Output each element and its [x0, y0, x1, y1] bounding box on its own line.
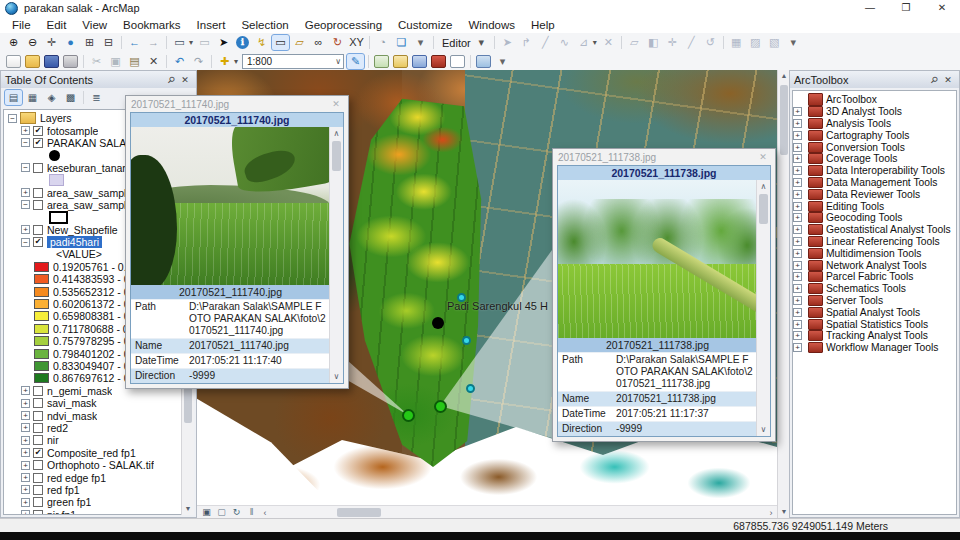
toc-item-red2[interactable]: +red2 — [4, 422, 193, 434]
pause-drawing-button[interactable]: ‖ — [245, 507, 258, 518]
scale-dropdown-icon[interactable]: ∨ — [335, 57, 341, 66]
fixed-zoom-out-icon[interactable]: ⊟ — [100, 35, 117, 50]
full-extent-icon[interactable]: ● — [62, 35, 79, 50]
editor-overflow-icon[interactable]: ▾ — [785, 35, 802, 50]
menu-bookmarks[interactable]: Bookmarks — [115, 19, 189, 31]
toolbox-network-analyst-tools[interactable]: +Network Analyst Tools — [793, 259, 956, 271]
scroll-thumb[interactable] — [337, 508, 381, 517]
sample-point-marker[interactable] — [462, 336, 471, 345]
toc-item-savi-mask[interactable]: +savi_mask — [4, 397, 193, 409]
identify-icon[interactable]: ℹ — [236, 36, 249, 49]
scroll-up-icon[interactable]: ∧ — [757, 180, 770, 193]
go-back-extent-icon[interactable]: ← — [126, 35, 143, 50]
refresh-view-button[interactable]: ↻ — [230, 507, 243, 518]
scroll-thumb[interactable] — [332, 141, 341, 171]
point-icon[interactable]: ✕ — [600, 35, 617, 50]
close-icon[interactable]: ✕ — [756, 152, 770, 162]
endpoint-arc-icon[interactable]: ∿ — [556, 35, 573, 50]
toc-item-composite-red-fp1[interactable]: +✔Composite_red fp1 — [4, 447, 193, 459]
toc-item-nir-fp1[interactable]: +nir fp1 — [4, 509, 193, 516]
menu-selection[interactable]: Selection — [233, 19, 296, 31]
minimize-button[interactable]: — — [852, 0, 888, 16]
go-forward-extent-icon[interactable]: → — [145, 35, 162, 50]
editor-dropdown-icon[interactable]: ▾ — [473, 35, 490, 50]
layer-checkbox[interactable]: ✔ — [33, 448, 43, 458]
python-window-icon[interactable] — [450, 55, 465, 68]
open-icon[interactable] — [25, 55, 40, 68]
toolbox-analysis-tools[interactable]: +Analysis Tools — [793, 118, 956, 130]
scroll-up-icon[interactable]: ∧ — [330, 127, 343, 140]
editor-menu-button[interactable]: Editor — [442, 37, 471, 49]
rotate-icon[interactable]: ↺ — [702, 35, 719, 50]
standard-overflow-icon[interactable]: ▾ — [494, 54, 511, 69]
layer-checkbox[interactable] — [33, 460, 43, 470]
pin-icon[interactable]: ⚲ — [164, 75, 178, 85]
cut-polygons-icon[interactable]: ✛ — [664, 35, 681, 50]
toc-item-nir[interactable]: +nir — [4, 434, 193, 446]
toolbox-spatial-statistics-tools[interactable]: +Spatial Statistics Tools — [793, 318, 956, 330]
editor-toolbar-toggle-icon[interactable]: ✎ — [347, 54, 364, 69]
go-to-xy-icon[interactable]: XY — [348, 35, 365, 50]
paste-icon[interactable]: ▤ — [126, 54, 143, 69]
toolbox-server-tools[interactable]: +Server Tools — [793, 295, 956, 307]
toolbox-data-reviewer-tools[interactable]: +Data Reviewer Tools — [793, 188, 956, 200]
toc-item-green-fp1[interactable]: +green fp1 — [4, 496, 193, 508]
redo-icon[interactable]: ↷ — [190, 54, 207, 69]
arctoolbox-root[interactable]: ArcToolbox — [793, 94, 956, 106]
reshape-icon[interactable]: ◧ — [645, 35, 662, 50]
restore-button[interactable]: ❐ — [888, 0, 924, 16]
toolbox-editing-tools[interactable]: +Editing Tools — [793, 200, 956, 212]
toc-list-by-drawing-order-icon[interactable]: ▤ — [5, 90, 22, 105]
layer-checkbox[interactable] — [33, 485, 43, 495]
layer-checkbox[interactable] — [33, 398, 43, 408]
attribute-table-icon[interactable] — [374, 55, 389, 68]
popup-title-bar[interactable]: 20170521_111738.jpg ✕ — [553, 149, 775, 165]
delete-icon[interactable]: ✕ — [145, 54, 162, 69]
layer-checkbox[interactable] — [33, 225, 43, 235]
toolbox-coverage-tools[interactable]: +Coverage Tools — [793, 153, 956, 165]
layer-checkbox[interactable] — [33, 497, 43, 507]
new-map-icon[interactable] — [6, 55, 21, 68]
layer-checkbox[interactable] — [33, 510, 43, 515]
toolbar-overflow-icon[interactable]: ▾ — [412, 35, 429, 50]
cut-icon[interactable]: ✂ — [88, 54, 105, 69]
toolbox-3d-analyst-tools[interactable]: +3D Analyst Tools — [793, 106, 956, 118]
edit-tool-icon[interactable]: ➤ — [499, 35, 516, 50]
toolbox-linear-referencing-tools[interactable]: +Linear Referencing Tools — [793, 236, 956, 248]
menu-insert[interactable]: Insert — [189, 19, 234, 31]
photo-point-111740[interactable] — [402, 409, 415, 422]
find-route-icon[interactable]: ↻ — [329, 35, 346, 50]
edit-vertices-icon[interactable]: ▱ — [626, 35, 643, 50]
create-features-icon[interactable]: ▧ — [766, 35, 783, 50]
zoom-in-icon[interactable]: ⊕ — [5, 35, 22, 50]
scroll-down-icon[interactable]: ▼ — [182, 503, 194, 515]
close-button[interactable]: ✕ — [924, 0, 960, 16]
add-data-icon-dropdown[interactable]: ▾ — [234, 57, 238, 66]
catalog-window-icon[interactable] — [393, 55, 408, 68]
layer-checkbox[interactable] — [33, 473, 43, 483]
layer-checkbox[interactable] — [33, 411, 43, 421]
layer-checkbox[interactable] — [33, 435, 43, 445]
menu-windows[interactable]: Windows — [460, 19, 523, 31]
toc-list-by-visibility-icon[interactable]: ◈ — [43, 90, 60, 105]
add-data-icon[interactable]: ✚ — [216, 54, 233, 69]
find-icon[interactable]: ∞ — [310, 35, 327, 50]
toc-list-by-selection-icon[interactable]: ▩ — [62, 90, 79, 105]
select-elements-icon[interactable]: ➤ — [215, 35, 232, 50]
toolbox-cartography-tools[interactable]: +Cartography Tools — [793, 129, 956, 141]
toolbox-conversion-tools[interactable]: +Conversion Tools — [793, 141, 956, 153]
copy-icon[interactable]: ▣ — [107, 54, 124, 69]
trace-icon-dropdown[interactable]: ▾ — [593, 38, 597, 47]
toc-item-red-edge-fp1[interactable]: +red edge fp1 — [4, 471, 193, 483]
pin-icon[interactable]: ⚲ — [927, 75, 941, 85]
label-point-marker[interactable] — [432, 317, 444, 329]
time-slider-icon[interactable]: ◔ — [374, 35, 391, 50]
photo-point-111738[interactable] — [434, 400, 447, 413]
photo-popup-111740[interactable]: 20170521_111740.jpg ✕ 20170521_111740.jp… — [125, 95, 349, 389]
close-icon[interactable]: ✕ — [329, 99, 343, 109]
html-popup-viewer-icon[interactable]: ❏ — [393, 35, 410, 50]
scroll-thumb[interactable] — [759, 194, 768, 224]
attributes-icon[interactable]: ▦ — [728, 35, 745, 50]
clear-selection-icon[interactable]: ▭ — [196, 35, 213, 50]
sketch-properties-icon[interactable]: ▨ — [747, 35, 764, 50]
